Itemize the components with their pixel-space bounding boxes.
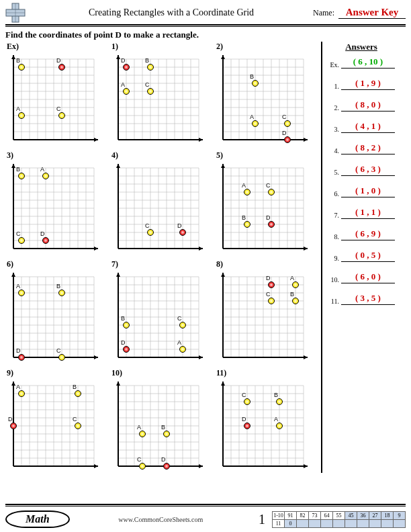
svg-marker-141 (94, 247, 98, 251)
svg-text:B: B (16, 166, 20, 173)
svg-point-262 (20, 356, 23, 359)
grid-2: 2)ABCD (215, 42, 317, 146)
svg-text:A: A (290, 275, 294, 281)
svg-point-373 (77, 425, 79, 427)
answer-num: 7. (328, 212, 341, 219)
svg-marker-401 (199, 464, 203, 468)
svg-text:A: A (177, 339, 181, 346)
svg-point-69 (125, 90, 128, 93)
site-url: www.CommonCoreSheets.com (70, 516, 252, 523)
score-cell: 36 (357, 511, 369, 519)
svg-text:C: C (137, 456, 142, 463)
answer-value: ( 8 , 2 ) (341, 142, 395, 154)
svg-point-148 (20, 175, 23, 177)
svg-marker-181 (116, 164, 120, 168)
score-cell: 9 (394, 511, 406, 519)
svg-text:B: B (250, 73, 254, 80)
score-cell (357, 519, 369, 527)
answer-row: 7.( 1 , 1 ) (328, 207, 395, 219)
grid-11: 11)ABCD (215, 368, 317, 473)
answer-value: ( 1 , 0 ) (341, 185, 395, 197)
svg-text:A: A (274, 416, 278, 423)
answer-num: 1. (328, 83, 341, 90)
svg-text:D: D (8, 416, 13, 423)
svg-text:A: A (40, 166, 44, 173)
answer-row: 10.( 6 , 0 ) (328, 271, 395, 283)
answer-row: 5.( 6 , 3 ) (328, 164, 395, 176)
svg-point-376 (12, 425, 15, 427)
svg-text:D: D (161, 456, 166, 463)
svg-marker-179 (199, 247, 203, 251)
grid-8: 8)ABCD (215, 259, 317, 364)
svg-text:C: C (16, 230, 21, 237)
svg-text:D: D (282, 130, 287, 136)
worksheet-title: Creating Rectangles with a Coordinate Gr… (30, 7, 313, 18)
svg-point-291 (181, 348, 184, 351)
svg-text:C: C (242, 392, 246, 398)
answer-value: ( 6 , 3 ) (341, 164, 395, 176)
svg-point-411 (141, 465, 144, 468)
grid-6: 6)ABCD (5, 259, 107, 364)
svg-point-215 (246, 191, 248, 193)
svg-marker-213 (221, 164, 225, 168)
grid-label: 8) (215, 259, 317, 269)
score-cell: 91 (285, 511, 297, 519)
name-value: Answer Key (338, 7, 406, 19)
svg-text:C: C (177, 315, 182, 322)
svg-text:B: B (145, 57, 149, 64)
svg-text:D: D (40, 230, 45, 237)
svg-marker-211 (304, 247, 308, 251)
answer-value: ( 6 , 9 ) (341, 228, 395, 240)
grid-4: 4)CD (110, 150, 212, 255)
svg-marker-325 (304, 355, 308, 359)
grid-3: 3)ABCD (5, 150, 107, 255)
svg-point-186 (181, 231, 184, 234)
svg-point-78 (125, 66, 128, 69)
svg-text:A: A (121, 81, 125, 88)
svg-point-446 (278, 400, 281, 403)
score-cell: 64 (321, 511, 333, 519)
grid-label: Ex) (5, 42, 107, 52)
grid-label: 6) (5, 259, 107, 269)
svg-marker-287 (199, 355, 203, 359)
answer-num: 5. (328, 169, 341, 176)
svg-marker-403 (116, 382, 120, 386)
svg-marker-327 (221, 273, 225, 277)
svg-point-414 (165, 465, 168, 468)
svg-point-72 (149, 66, 152, 69)
svg-marker-249 (94, 355, 98, 359)
answer-num: 9. (328, 255, 341, 262)
svg-text:C: C (282, 114, 287, 120)
svg-text:B: B (242, 214, 246, 221)
svg-marker-439 (304, 464, 308, 468)
svg-text:A: A (16, 283, 20, 290)
svg-text:D: D (121, 339, 126, 346)
svg-text:C: C (73, 416, 77, 423)
svg-point-218 (246, 223, 248, 226)
svg-point-37 (60, 114, 63, 117)
answer-row: 2.( 8 , 0 ) (328, 99, 395, 112)
svg-point-449 (246, 400, 248, 403)
answer-row: 6.( 1 , 0 ) (328, 185, 395, 197)
svg-marker-365 (11, 382, 15, 386)
svg-text:C: C (56, 105, 61, 112)
svg-text:D: D (266, 275, 271, 281)
svg-point-297 (181, 324, 184, 326)
grid-label: 2) (215, 42, 317, 52)
svg-text:B: B (56, 283, 60, 290)
answer-value: ( 6 , 0 ) (341, 271, 395, 283)
score-label: 1-10 (273, 511, 285, 519)
grid-5: 5)ABCD (215, 150, 317, 255)
score-cell: 82 (297, 511, 309, 519)
svg-text:D: D (56, 57, 61, 64)
score-label: 11 (273, 519, 285, 527)
svg-marker-289 (116, 273, 120, 277)
svg-text:C: C (145, 222, 150, 229)
answer-value: ( 6 , 10 ) (341, 56, 395, 69)
svg-point-329 (294, 283, 297, 286)
answer-value: ( 0 , 5 ) (341, 250, 395, 262)
grid-label: 4) (110, 150, 212, 161)
answer-num: 6. (328, 190, 341, 197)
svg-point-300 (125, 348, 128, 351)
grid-9: 9)ABCD (5, 368, 107, 473)
